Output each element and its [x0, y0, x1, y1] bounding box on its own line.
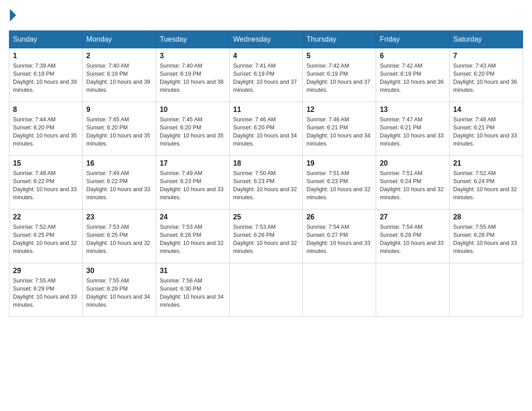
- calendar-cell: 21 Sunrise: 7:52 AMSunset: 6:24 PMDaylig…: [450, 156, 523, 210]
- calendar-table: SundayMondayTuesdayWednesdayThursdayFrid…: [9, 30, 523, 317]
- day-number: 19: [306, 159, 372, 167]
- calendar-cell: 31 Sunrise: 7:56 AMSunset: 6:30 PMDaylig…: [156, 263, 229, 317]
- calendar-cell: [303, 263, 376, 317]
- day-info: Sunrise: 7:46 AMSunset: 6:21 PMDaylight:…: [306, 116, 372, 148]
- calendar-cell: 9 Sunrise: 7:45 AMSunset: 6:20 PMDayligh…: [82, 102, 156, 156]
- calendar-cell: [229, 263, 303, 317]
- calendar-cell: 3 Sunrise: 7:40 AMSunset: 6:19 PMDayligh…: [156, 48, 229, 102]
- day-info: Sunrise: 7:51 AMSunset: 6:23 PMDaylight:…: [306, 169, 372, 202]
- day-number: 29: [13, 267, 79, 275]
- calendar-cell: 15 Sunrise: 7:48 AMSunset: 6:22 PMDaylig…: [9, 156, 83, 210]
- day-info: Sunrise: 7:40 AMSunset: 6:19 PMDaylight:…: [86, 62, 152, 94]
- calendar-cell: 26 Sunrise: 7:54 AMSunset: 6:27 PMDaylig…: [303, 210, 376, 263]
- calendar-cell: [376, 263, 450, 317]
- day-number: 28: [453, 213, 519, 221]
- calendar-week-row: 29 Sunrise: 7:55 AMSunset: 6:29 PMDaylig…: [9, 263, 523, 317]
- day-number: 15: [13, 159, 79, 167]
- day-info: Sunrise: 7:51 AMSunset: 6:24 PMDaylight:…: [380, 169, 446, 202]
- day-info: Sunrise: 7:52 AMSunset: 6:25 PMDaylight:…: [13, 223, 79, 256]
- day-number: 2: [86, 52, 152, 60]
- day-number: 14: [453, 106, 519, 114]
- day-number: 4: [233, 52, 299, 60]
- day-number: 26: [306, 213, 372, 221]
- calendar-cell: 23 Sunrise: 7:53 AMSunset: 6:25 PMDaylig…: [82, 210, 156, 263]
- day-number: 11: [233, 106, 299, 114]
- day-info: Sunrise: 7:55 AMSunset: 6:29 PMDaylight:…: [86, 277, 152, 309]
- day-number: 5: [306, 52, 372, 60]
- calendar-cell: 7 Sunrise: 7:43 AMSunset: 6:20 PMDayligh…: [450, 48, 523, 102]
- calendar-cell: 17 Sunrise: 7:49 AMSunset: 6:23 PMDaylig…: [156, 156, 229, 210]
- calendar-week-row: 15 Sunrise: 7:48 AMSunset: 6:22 PMDaylig…: [9, 156, 523, 210]
- calendar-cell: 6 Sunrise: 7:42 AMSunset: 6:19 PMDayligh…: [376, 48, 450, 102]
- day-number: 13: [380, 106, 446, 114]
- day-info: Sunrise: 7:44 AMSunset: 6:20 PMDaylight:…: [13, 116, 79, 148]
- calendar-week-row: 1 Sunrise: 7:39 AMSunset: 6:19 PMDayligh…: [9, 48, 523, 102]
- day-number: 25: [233, 213, 299, 221]
- calendar-cell: 18 Sunrise: 7:50 AMSunset: 6:23 PMDaylig…: [229, 156, 303, 210]
- day-number: 7: [453, 52, 519, 60]
- day-number: 8: [13, 106, 79, 114]
- day-number: 21: [453, 159, 519, 167]
- calendar-cell: 19 Sunrise: 7:51 AMSunset: 6:23 PMDaylig…: [303, 156, 376, 210]
- day-info: Sunrise: 7:52 AMSunset: 6:24 PMDaylight:…: [453, 169, 519, 202]
- day-number: 17: [160, 159, 226, 167]
- day-number: 24: [160, 213, 226, 221]
- day-info: Sunrise: 7:45 AMSunset: 6:20 PMDaylight:…: [86, 116, 152, 148]
- day-info: Sunrise: 7:47 AMSunset: 6:21 PMDaylight:…: [380, 116, 446, 148]
- day-info: Sunrise: 7:42 AMSunset: 6:19 PMDaylight:…: [306, 62, 372, 94]
- day-info: Sunrise: 7:54 AMSunset: 6:27 PMDaylight:…: [306, 223, 372, 256]
- calendar-header-tuesday: Tuesday: [156, 31, 229, 48]
- calendar-cell: 27 Sunrise: 7:54 AMSunset: 6:28 PMDaylig…: [376, 210, 450, 263]
- calendar-cell: 20 Sunrise: 7:51 AMSunset: 6:24 PMDaylig…: [376, 156, 450, 210]
- day-info: Sunrise: 7:56 AMSunset: 6:30 PMDaylight:…: [160, 277, 226, 309]
- day-info: Sunrise: 7:43 AMSunset: 6:20 PMDaylight:…: [453, 62, 519, 94]
- calendar-week-row: 8 Sunrise: 7:44 AMSunset: 6:20 PMDayligh…: [9, 102, 523, 156]
- day-number: 23: [86, 213, 152, 221]
- calendar-cell: 2 Sunrise: 7:40 AMSunset: 6:19 PMDayligh…: [82, 48, 156, 102]
- day-info: Sunrise: 7:45 AMSunset: 6:20 PMDaylight:…: [160, 116, 226, 148]
- day-info: Sunrise: 7:49 AMSunset: 6:23 PMDaylight:…: [160, 169, 226, 202]
- calendar-header-wednesday: Wednesday: [229, 31, 303, 48]
- calendar-header-thursday: Thursday: [303, 31, 376, 48]
- calendar-header-friday: Friday: [376, 31, 450, 48]
- day-info: Sunrise: 7:54 AMSunset: 6:28 PMDaylight:…: [380, 223, 446, 256]
- calendar-cell: 11 Sunrise: 7:46 AMSunset: 6:20 PMDaylig…: [229, 102, 303, 156]
- calendar-cell: 13 Sunrise: 7:47 AMSunset: 6:21 PMDaylig…: [376, 102, 450, 156]
- logo-arrow-icon: [10, 9, 16, 21]
- day-number: 30: [86, 267, 152, 275]
- calendar-header-sunday: Sunday: [9, 31, 83, 48]
- day-number: 20: [380, 159, 446, 167]
- day-info: Sunrise: 7:48 AMSunset: 6:21 PMDaylight:…: [453, 116, 519, 148]
- day-info: Sunrise: 7:46 AMSunset: 6:20 PMDaylight:…: [233, 116, 299, 148]
- page-header: [9, 9, 523, 21]
- calendar-cell: 25 Sunrise: 7:53 AMSunset: 6:26 PMDaylig…: [229, 210, 303, 263]
- day-info: Sunrise: 7:39 AMSunset: 6:19 PMDaylight:…: [13, 62, 79, 94]
- day-info: Sunrise: 7:53 AMSunset: 6:26 PMDaylight:…: [160, 223, 226, 256]
- calendar-cell: 10 Sunrise: 7:45 AMSunset: 6:20 PMDaylig…: [156, 102, 229, 156]
- day-number: 31: [160, 267, 226, 275]
- day-number: 18: [233, 159, 299, 167]
- day-info: Sunrise: 7:55 AMSunset: 6:28 PMDaylight:…: [453, 223, 519, 256]
- calendar-cell: 5 Sunrise: 7:42 AMSunset: 6:19 PMDayligh…: [303, 48, 376, 102]
- calendar-header-monday: Monday: [82, 31, 156, 48]
- calendar-cell: 29 Sunrise: 7:55 AMSunset: 6:29 PMDaylig…: [9, 263, 83, 317]
- day-info: Sunrise: 7:42 AMSunset: 6:19 PMDaylight:…: [380, 62, 446, 94]
- day-info: Sunrise: 7:48 AMSunset: 6:22 PMDaylight:…: [13, 169, 79, 202]
- day-number: 3: [160, 52, 226, 60]
- calendar-cell: 4 Sunrise: 7:41 AMSunset: 6:19 PMDayligh…: [229, 48, 303, 102]
- day-info: Sunrise: 7:40 AMSunset: 6:19 PMDaylight:…: [160, 62, 226, 94]
- calendar-cell: 12 Sunrise: 7:46 AMSunset: 6:21 PMDaylig…: [303, 102, 376, 156]
- calendar-cell: 14 Sunrise: 7:48 AMSunset: 6:21 PMDaylig…: [450, 102, 523, 156]
- calendar-cell: 22 Sunrise: 7:52 AMSunset: 6:25 PMDaylig…: [9, 210, 83, 263]
- day-info: Sunrise: 7:53 AMSunset: 6:25 PMDaylight:…: [86, 223, 152, 256]
- calendar-cell: [450, 263, 523, 317]
- day-info: Sunrise: 7:53 AMSunset: 6:26 PMDaylight:…: [233, 223, 299, 256]
- day-number: 1: [13, 52, 79, 60]
- calendar-cell: 28 Sunrise: 7:55 AMSunset: 6:28 PMDaylig…: [450, 210, 523, 263]
- calendar-cell: 8 Sunrise: 7:44 AMSunset: 6:20 PMDayligh…: [9, 102, 83, 156]
- day-number: 6: [380, 52, 446, 60]
- calendar-cell: 30 Sunrise: 7:55 AMSunset: 6:29 PMDaylig…: [82, 263, 156, 317]
- day-number: 9: [86, 106, 152, 114]
- calendar-cell: 16 Sunrise: 7:49 AMSunset: 6:22 PMDaylig…: [82, 156, 156, 210]
- calendar-week-row: 22 Sunrise: 7:52 AMSunset: 6:25 PMDaylig…: [9, 210, 523, 263]
